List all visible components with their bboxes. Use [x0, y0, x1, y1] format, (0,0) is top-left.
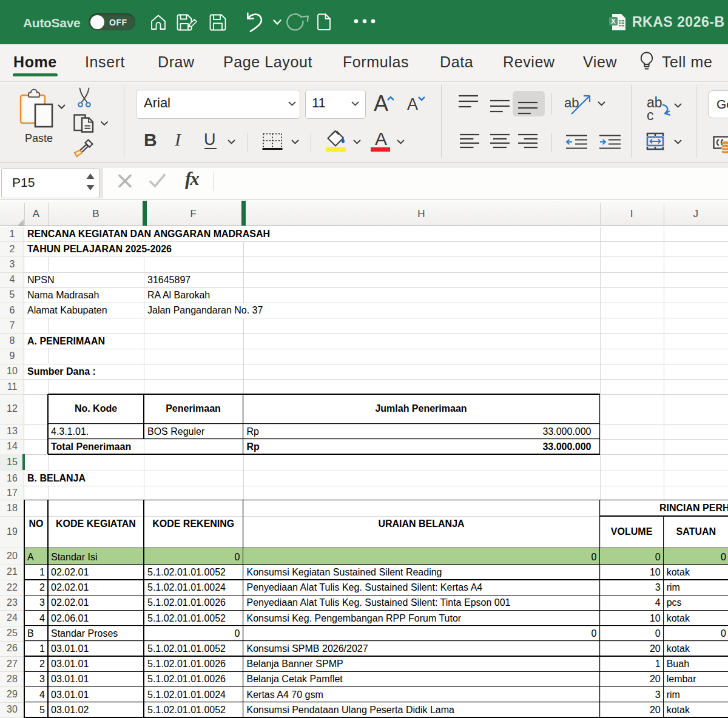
svg-text:c: c: [647, 107, 654, 121]
svg-text:X: X: [611, 18, 616, 25]
